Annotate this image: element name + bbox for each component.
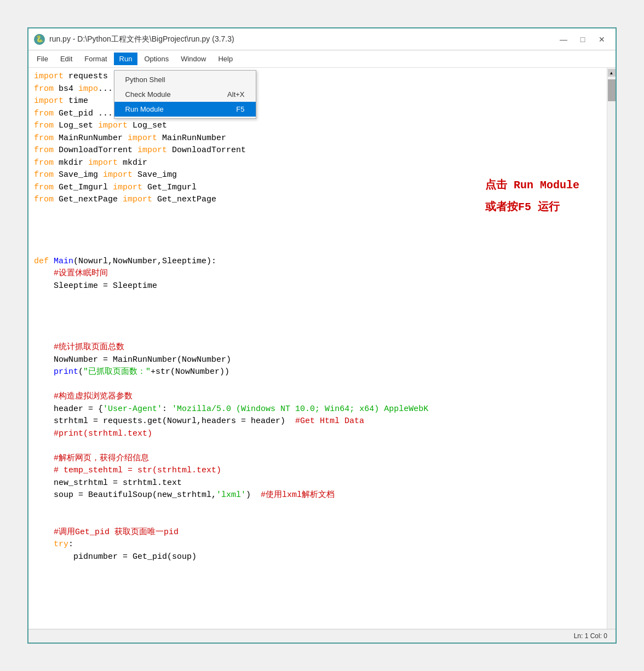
scroll-up-button[interactable]: ▲	[608, 69, 616, 77]
menu-edit[interactable]: Edit	[55, 53, 78, 65]
code-editor[interactable]: import requests from bs4 impo... import …	[28, 68, 607, 629]
code-line-32: #解析网页，获得介绍信息	[28, 453, 607, 465]
minimize-button[interactable]: —	[555, 33, 572, 46]
code-line-38: #调用Get_pid 获取页面唯一pid	[28, 527, 607, 539]
code-line-31	[28, 440, 607, 453]
code-line-23: #统计抓取页面总数	[28, 342, 607, 354]
menu-file[interactable]: File	[31, 53, 54, 65]
code-line-25: print("已抓取页面数："+str(NowNumber))	[28, 366, 607, 379]
code-line-11: from Get_nextPage import Get_nextPage	[28, 194, 607, 206]
status-text: Ln: 1 Col: 0	[574, 632, 607, 640]
status-bar: Ln: 1 Col: 0	[28, 629, 616, 643]
code-line-14	[28, 231, 607, 244]
code-line-36	[28, 502, 607, 514]
menu-window[interactable]: Window	[175, 53, 211, 65]
scroll-thumb[interactable]	[608, 79, 616, 101]
code-line-16: def Main(Nowurl,NowNumber,Sleeptime):	[28, 256, 607, 268]
code-line-28: header = {'User-Agent': 'Mozilla/5.0 (Wi…	[28, 403, 607, 416]
dropdown-python-shell[interactable]: Python Shell	[114, 72, 256, 87]
title-controls: — □ ✕	[555, 33, 610, 46]
main-window: 🐍 run.py - D:\Python工程文件夹\BigProject\run…	[27, 27, 617, 644]
code-line-6: from MainRunNumber import MainRunNumber	[28, 132, 607, 145]
code-line-39: try:	[28, 539, 607, 551]
code-line-29: strhtml = requests.get(Nowurl,headers = …	[28, 415, 607, 428]
dropdown-label-python-shell: Python Shell	[125, 76, 165, 84]
code-line-8: from mkdir import mkdir	[28, 157, 607, 170]
code-line-37	[28, 514, 607, 527]
run-dropdown: Python Shell Check Module Alt+X Run Modu…	[114, 70, 256, 119]
code-line-19	[28, 292, 607, 305]
menu-format[interactable]: Format	[79, 53, 112, 65]
title-bar: 🐍 run.py - D:\Python工程文件夹\BigProject\run…	[28, 28, 616, 50]
code-line-5: from Log_set import Log_set	[28, 120, 607, 132]
editor-container: import requests from bs4 impo... import …	[28, 68, 616, 629]
code-line-12	[28, 206, 607, 219]
menu-help[interactable]: Help	[212, 53, 238, 65]
code-line-17: #设置休眠时间	[28, 268, 607, 280]
code-line-13	[28, 218, 607, 231]
code-line-10: from Get_Imgurl import Get_Imgurl	[28, 182, 607, 194]
code-line-30: #print(strhtml.text)	[28, 428, 607, 441]
dropdown-label-run-module: Run Module	[125, 105, 164, 113]
menu-options[interactable]: Options	[139, 53, 174, 65]
code-line-20	[28, 305, 607, 317]
code-line-35: soup = BeautifulSoup(new_strhtml,'lxml')…	[28, 489, 607, 502]
code-line-34: new_strhtml = strhtml.text	[28, 477, 607, 490]
maximize-button[interactable]: □	[574, 33, 591, 46]
close-button[interactable]: ✕	[594, 33, 610, 46]
code-line-40: pidnumber = Get_pid(soup)	[28, 551, 607, 564]
menu-run[interactable]: Run Python Shell Check Module Alt+X Run …	[114, 53, 138, 65]
title-bar-left: 🐍 run.py - D:\Python工程文件夹\BigProject\run…	[34, 34, 234, 45]
dropdown-run-module[interactable]: Run Module F5	[114, 102, 256, 117]
code-line-15	[28, 243, 607, 256]
code-line-27: #构造虚拟浏览器参数	[28, 391, 607, 403]
dropdown-label-check-module: Check Module	[125, 90, 171, 99]
code-line-22	[28, 329, 607, 342]
dropdown-check-module[interactable]: Check Module Alt+X	[114, 87, 256, 102]
dropdown-shortcut-run-module: F5	[236, 105, 244, 113]
code-line-26	[28, 379, 607, 391]
code-line-18: Sleeptime = Sleeptime	[28, 280, 607, 293]
menu-bar: File Edit Format Run Python Shell Check …	[28, 50, 616, 68]
dropdown-shortcut-check-module: Alt+X	[227, 90, 244, 99]
code-line-21	[28, 317, 607, 329]
code-line-24: NowNumber = MainRunNumber(NowNumber)	[28, 354, 607, 367]
code-line-33: # temp_stehtml = str(strhtml.text)	[28, 465, 607, 477]
code-line-9: from Save_img import Save_img	[28, 169, 607, 182]
python-icon: 🐍	[34, 34, 45, 45]
scrollbar[interactable]: ▲	[607, 68, 616, 629]
code-line-7: from DownloadTorrent import DownloadTorr…	[28, 144, 607, 157]
window-title: run.py - D:\Python工程文件夹\BigProject\run.p…	[49, 34, 234, 44]
